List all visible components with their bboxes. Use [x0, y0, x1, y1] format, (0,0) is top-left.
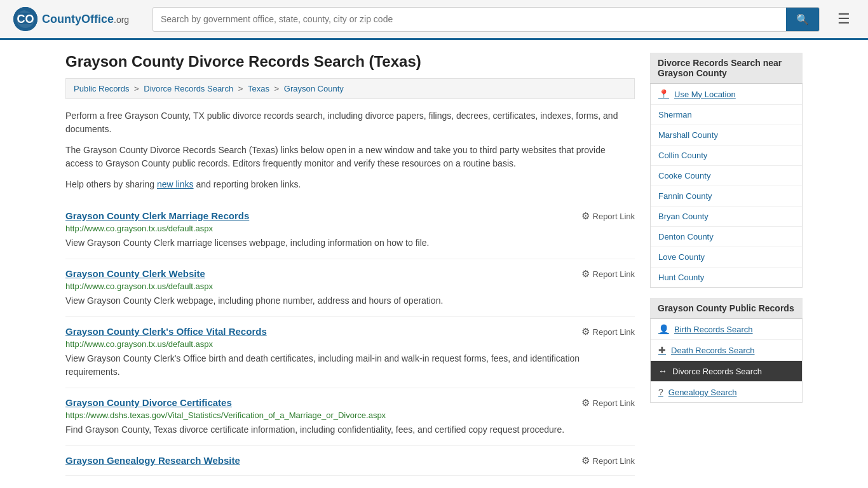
report-icon: ⚙ — [581, 455, 590, 466]
sidebar-item-love[interactable]: Love County — [651, 247, 802, 268]
result-item: Grayson Genealogy Research Website ⚙ Rep… — [65, 446, 635, 476]
result-title[interactable]: Grayson County Divorce Certificates — [65, 397, 232, 408]
result-title[interactable]: Grayson Genealogy Research Website — [65, 455, 240, 466]
result-title[interactable]: Grayson County Clerk's Office Vital Reco… — [65, 326, 267, 337]
breadcrumb-texas[interactable]: Texas — [248, 84, 269, 93]
arrows-icon: ↔ — [658, 366, 667, 376]
header: CO CountyOffice.org 🔍 ☰ — [0, 0, 868, 40]
sidebar-item-death-records[interactable]: ✚ Death Records Search — [651, 340, 802, 361]
result-url[interactable]: http://www.co.grayson.tx.us/default.aspx — [65, 224, 635, 233]
sidebar-item-sherman[interactable]: Sherman — [651, 105, 802, 125]
svg-text:CO: CO — [17, 13, 34, 25]
search-button[interactable]: 🔍 — [786, 8, 819, 31]
report-link-button[interactable]: ⚙ Report Link — [581, 326, 635, 337]
breadcrumb: Public Records > Divorce Records Search … — [65, 78, 635, 99]
report-link-button[interactable]: ⚙ Report Link — [581, 455, 635, 466]
search-bar: 🔍 — [153, 7, 820, 32]
result-item: Grayson County Divorce Certificates ⚙ Re… — [65, 388, 635, 446]
report-link-button[interactable]: ⚙ Report Link — [581, 268, 635, 280]
report-link-button[interactable]: ⚙ Report Link — [581, 210, 635, 222]
result-desc: View Grayson County Clerk's Office birth… — [65, 352, 635, 379]
logo-icon: CO — [13, 6, 38, 32]
sidebar-public-records-body: 👤 Birth Records Search ✚ Death Records S… — [650, 319, 803, 403]
result-url[interactable]: http://www.co.grayson.tx.us/default.aspx — [65, 281, 635, 291]
result-item: Grayson County Clerk Marriage Records ⚙ … — [65, 201, 635, 259]
sidebar-use-location[interactable]: 📍 Use My Location — [651, 84, 802, 105]
result-desc: View Grayson County Clerk webpage, inclu… — [65, 294, 635, 308]
sidebar-item-hunt[interactable]: Hunt County — [651, 268, 802, 287]
hamburger-menu-button[interactable]: ☰ — [832, 8, 855, 30]
result-title[interactable]: Grayson County Clerk Marriage Records — [65, 210, 249, 221]
sidebar-item-marshall[interactable]: Marshall County — [651, 125, 802, 146]
result-url[interactable]: http://www.co.grayson.tx.us/default.aspx — [65, 339, 635, 349]
sidebar-item-fannin[interactable]: Fannin County — [651, 186, 802, 207]
question-icon: ? — [658, 387, 663, 397]
logo-area: CO CountyOffice.org — [13, 6, 140, 32]
result-desc: View Grayson County Clerk marriage licen… — [65, 236, 635, 250]
location-icon: 📍 — [658, 89, 669, 99]
report-icon: ⚙ — [581, 397, 590, 409]
breadcrumb-grayson[interactable]: Grayson County — [284, 84, 344, 93]
report-link-button[interactable]: ⚙ Report Link — [581, 397, 635, 409]
sidebar-nearby-header: Divorce Records Search near Grayson Coun… — [650, 53, 803, 84]
report-icon: ⚙ — [581, 326, 590, 337]
report-icon: ⚙ — [581, 268, 590, 280]
description-1: Perform a free Grayson County, TX public… — [65, 109, 635, 136]
sidebar-public-records-header: Grayson County Public Records — [650, 298, 803, 319]
sidebar-item-collin[interactable]: Collin County — [651, 146, 802, 166]
result-desc: Find Grayson County, Texas divorce certi… — [65, 423, 635, 437]
main-container: Grayson County Divorce Records Search (T… — [53, 40, 815, 488]
breadcrumb-public-records[interactable]: Public Records — [74, 84, 129, 93]
new-links-link[interactable]: new links — [157, 179, 194, 189]
breadcrumb-divorce-records[interactable]: Divorce Records Search — [144, 84, 233, 93]
sidebar-item-divorce-records[interactable]: ↔ Divorce Records Search — [651, 361, 802, 382]
person-icon: 👤 — [658, 324, 669, 334]
logo-text: CountyOffice.org — [42, 13, 129, 26]
sidebar-item-cooke[interactable]: Cooke County — [651, 166, 802, 186]
search-input[interactable] — [153, 9, 786, 29]
sidebar-nearby-body: 📍 Use My Location Sherman Marshall Count… — [650, 84, 803, 288]
results-list: Grayson County Clerk Marriage Records ⚙ … — [65, 201, 635, 476]
sidebar-nearby-section: Divorce Records Search near Grayson Coun… — [650, 53, 803, 288]
result-item: Grayson County Clerk Website ⚙ Report Li… — [65, 259, 635, 317]
result-item: Grayson County Clerk's Office Vital Reco… — [65, 317, 635, 388]
sidebar-item-denton[interactable]: Denton County — [651, 227, 802, 247]
result-title[interactable]: Grayson County Clerk Website — [65, 268, 205, 279]
page-title: Grayson County Divorce Records Search (T… — [65, 53, 635, 71]
sidebar-item-genealogy-search[interactable]: ? Genealogy Search — [651, 382, 802, 402]
sidebar-item-bryan[interactable]: Bryan County — [651, 207, 802, 227]
content-area: Grayson County Divorce Records Search (T… — [65, 53, 635, 476]
description-2: The Grayson County Divorce Records Searc… — [65, 144, 635, 170]
sidebar-public-records-section: Grayson County Public Records 👤 Birth Re… — [650, 298, 803, 403]
sidebar-item-birth-records[interactable]: 👤 Birth Records Search — [651, 319, 802, 340]
plus-icon: ✚ — [658, 345, 666, 355]
report-icon: ⚙ — [581, 210, 590, 222]
description-3: Help others by sharing new links and rep… — [65, 178, 635, 191]
result-url[interactable]: https://www.dshs.texas.gov/Vital_Statist… — [65, 410, 635, 420]
sidebar: Divorce Records Search near Grayson Coun… — [650, 53, 803, 476]
